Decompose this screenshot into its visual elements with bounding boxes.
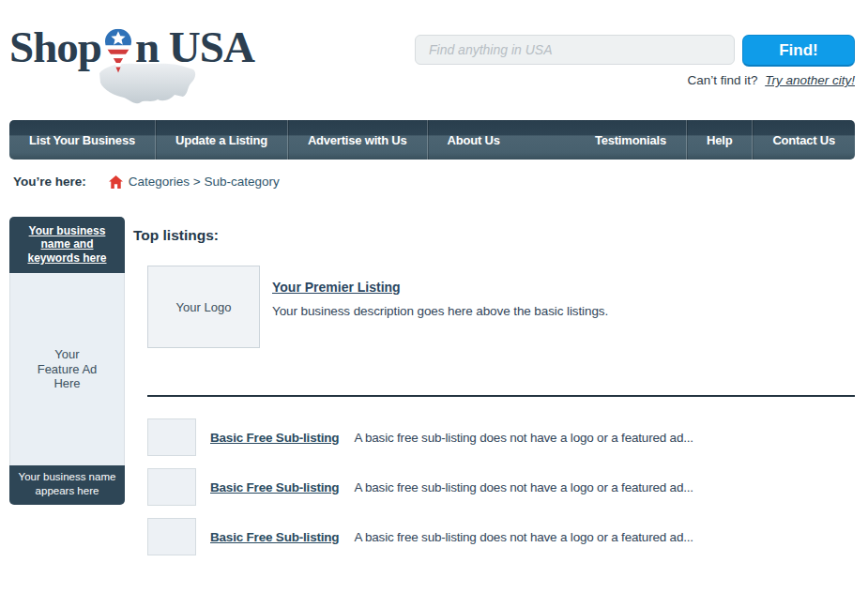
listing-thumbnail xyxy=(147,518,196,555)
nav-item-advertise-with-us[interactable]: Advertise with Us xyxy=(288,120,428,160)
map-pin-icon xyxy=(102,24,134,83)
listing-description: A basic free sub-listing does not have a… xyxy=(354,530,693,544)
listing-description: A basic free sub-listing does not have a… xyxy=(354,480,693,494)
search-input[interactable] xyxy=(415,35,735,65)
feature-ad-header-line: Your business xyxy=(13,224,121,237)
nav-item-about-us[interactable]: About Us xyxy=(428,120,520,160)
site-logo[interactable]: Shop n USA xyxy=(9,11,272,105)
nav-item-testimonials[interactable]: Testimonials xyxy=(575,120,687,160)
cant-find-text: Can’t find it? xyxy=(687,73,757,87)
feature-ad-body-line: Here xyxy=(38,376,98,391)
basic-listings: Basic Free Sub-listing A basic free sub-… xyxy=(147,418,855,568)
feature-ad-footer-line: appears here xyxy=(11,484,123,498)
nav-spacer xyxy=(520,120,575,160)
breadcrumb-prefix: You’re here: xyxy=(13,175,86,189)
listing-thumbnail xyxy=(147,418,196,456)
logo-word-usa: n USA xyxy=(135,19,254,75)
feature-ad-body-line: Your xyxy=(38,347,98,362)
logo-word-shop: Shop xyxy=(9,19,101,75)
feature-ad-body[interactable]: Your Feature Ad Here xyxy=(9,273,125,465)
find-button[interactable]: Find! xyxy=(742,35,855,67)
feature-ad-header[interactable]: Your business name and keywords here xyxy=(9,217,125,273)
listing-row: Basic Free Sub-listing A basic free sub-… xyxy=(147,518,855,555)
premier-listing-description: Your business description goes here abov… xyxy=(272,304,798,318)
breadcrumb: You’re here: Categories > Sub-category xyxy=(13,175,280,189)
nav-item-help[interactable]: Help xyxy=(687,120,753,160)
feature-ad-body-line: Feature Ad xyxy=(38,362,98,377)
feature-ad-footer: Your business name appears here xyxy=(9,465,125,505)
nav-item-contact-us[interactable]: Contact Us xyxy=(753,120,855,160)
premier-logo-box: Your Logo xyxy=(147,266,260,348)
listing-thumbnail xyxy=(147,468,196,506)
premier-listing: Your Premier Listing Your business descr… xyxy=(272,279,798,318)
listing-link[interactable]: Basic Free Sub-listing xyxy=(210,530,339,544)
listing-description: A basic free sub-listing does not have a… xyxy=(354,431,693,445)
listings-divider xyxy=(147,395,855,397)
feature-ad-sidebar[interactable]: Your business name and keywords here You… xyxy=(9,217,125,505)
nav-item-update-a-listing[interactable]: Update a Listing xyxy=(156,120,288,160)
listing-link[interactable]: Basic Free Sub-listing xyxy=(210,431,339,445)
feature-ad-footer-line: Your business name xyxy=(11,470,123,484)
breadcrumb-path[interactable]: Categories > Sub-category xyxy=(129,175,280,189)
listing-row: Basic Free Sub-listing A basic free sub-… xyxy=(147,468,855,506)
try-another-city-link[interactable]: Try another city! xyxy=(765,73,855,87)
listing-link[interactable]: Basic Free Sub-listing xyxy=(210,480,339,494)
top-listings-heading: Top listings: xyxy=(133,227,219,244)
nav-item-list-your-business[interactable]: List Your Business xyxy=(9,120,156,160)
main-nav: List Your Business Update a Listing Adve… xyxy=(9,120,855,160)
premier-logo-text: Your Logo xyxy=(176,300,232,314)
search-bar: Find! xyxy=(415,35,855,68)
home-icon[interactable] xyxy=(109,175,123,189)
listing-row: Basic Free Sub-listing A basic free sub-… xyxy=(147,418,855,456)
feature-ad-header-line: keywords here xyxy=(13,251,121,265)
feature-ad-header-line: name and xyxy=(13,237,121,251)
premier-listing-link[interactable]: Your Premier Listing xyxy=(272,280,401,295)
